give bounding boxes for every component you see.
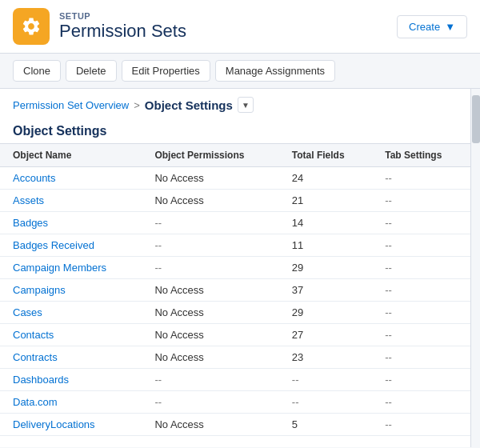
cell-object-name: Contracts: [0, 346, 142, 369]
object-link[interactable]: Badges: [13, 217, 48, 229]
cell-tab-settings: --: [372, 414, 470, 436]
cell-tab-settings: --: [372, 190, 470, 212]
table-row: Data.com------: [0, 391, 470, 414]
cell-tab-settings: --: [372, 302, 470, 324]
table-body: AccountsNo Access24--AssetsNo Access21--…: [0, 167, 470, 437]
cell-object-permissions: --: [142, 212, 278, 234]
setup-label: SETUP: [59, 11, 186, 21]
object-link[interactable]: Accounts: [13, 172, 55, 184]
cell-total-fields: 29: [279, 257, 372, 279]
create-button[interactable]: Create ▼: [397, 15, 467, 38]
cell-object-name: Accounts: [0, 167, 142, 190]
header-left: SETUP Permission Sets: [13, 8, 186, 45]
breadcrumb: Permission Set Overview > Object Setting…: [0, 89, 470, 118]
object-link[interactable]: Campaign Members: [13, 262, 106, 274]
cell-object-permissions: No Access: [142, 302, 278, 324]
cell-total-fields: 11: [279, 234, 372, 257]
clone-button[interactable]: Clone: [13, 60, 61, 82]
cell-object-permissions: --: [142, 234, 278, 257]
edit-properties-button[interactable]: Edit Properties: [122, 60, 210, 82]
content-area: Permission Set Overview > Object Setting…: [0, 89, 470, 447]
breadcrumb-current: Object Settings: [145, 98, 233, 112]
cell-object-name: DeliverySchedules: [0, 436, 142, 437]
table-row: AssetsNo Access21--: [0, 190, 470, 212]
object-link[interactable]: Data.com: [13, 396, 58, 408]
table-row: ContactsNo Access27--: [0, 324, 470, 346]
cell-tab-settings: --: [372, 212, 470, 234]
cell-object-permissions: No Access: [142, 324, 278, 346]
object-link[interactable]: Dashboards: [13, 374, 69, 386]
object-settings-table: Object Name Object Permissions Total Fie…: [0, 143, 470, 436]
cell-object-permissions: No Access: [142, 190, 278, 212]
gear-icon: [21, 16, 42, 37]
cell-total-fields: 21: [279, 190, 372, 212]
cell-object-name: DeliveryLocations: [0, 414, 142, 436]
object-link[interactable]: Badges Received: [13, 239, 94, 251]
cell-object-name: Cases: [0, 302, 142, 324]
header: SETUP Permission Sets Create ▼: [0, 0, 480, 54]
cell-object-permissions: No Access: [142, 167, 278, 190]
delete-button[interactable]: Delete: [66, 60, 117, 82]
table-row: ContractsNo Access23--: [0, 346, 470, 369]
cell-total-fields: --: [279, 391, 372, 414]
cell-tab-settings: --: [372, 346, 470, 369]
cell-total-fields: 24: [279, 167, 372, 190]
cell-tab-settings: --: [372, 436, 470, 437]
cell-object-name: Badges Received: [0, 234, 142, 257]
cell-object-permissions: No Access: [142, 346, 278, 369]
manage-assignments-button[interactable]: Manage Assignments: [215, 60, 335, 82]
col-tab-settings: Tab Settings: [372, 144, 470, 167]
cell-tab-settings: --: [372, 324, 470, 346]
scrollbar-thumb[interactable]: [472, 95, 480, 143]
breadcrumb-parent-link[interactable]: Permission Set Overview: [13, 99, 129, 111]
toolbar: Clone Delete Edit Properties Manage Assi…: [0, 54, 480, 89]
table-row: Badges--14--: [0, 212, 470, 234]
cell-tab-settings: --: [372, 257, 470, 279]
table-row: AccountsNo Access24--: [0, 167, 470, 190]
cell-total-fields: 5: [279, 414, 372, 436]
cell-object-permissions: --: [142, 369, 278, 391]
object-link[interactable]: Contacts: [13, 329, 54, 341]
col-object-name: Object Name: [0, 144, 142, 167]
breadcrumb-dropdown-button[interactable]: ▼: [238, 97, 254, 113]
cell-total-fields: 6: [279, 436, 372, 437]
table-row: CampaignsNo Access37--: [0, 279, 470, 302]
table-row: Badges Received--11--: [0, 234, 470, 257]
cell-total-fields: --: [279, 369, 372, 391]
table-row: Campaign Members--29--: [0, 257, 470, 279]
cell-tab-settings: --: [372, 391, 470, 414]
cell-object-name: Data.com: [0, 391, 142, 414]
cell-tab-settings: --: [372, 234, 470, 257]
cell-total-fields: 29: [279, 302, 372, 324]
object-link[interactable]: Assets: [13, 194, 44, 206]
object-link[interactable]: Cases: [13, 306, 42, 318]
cell-object-permissions: No Access: [142, 436, 278, 437]
object-link[interactable]: Campaigns: [13, 284, 66, 296]
cell-tab-settings: --: [372, 279, 470, 302]
col-total-fields: Total Fields: [279, 144, 372, 167]
cell-object-name: Campaign Members: [0, 257, 142, 279]
cell-object-name: Contacts: [0, 324, 142, 346]
main-content: Permission Set Overview > Object Setting…: [0, 89, 480, 447]
breadcrumb-separator: >: [134, 99, 140, 111]
cell-object-name: Dashboards: [0, 369, 142, 391]
section-title: Object Settings: [0, 118, 470, 143]
create-button-label: Create: [409, 21, 440, 33]
table-row: CasesNo Access29--: [0, 302, 470, 324]
table-row: Dashboards------: [0, 369, 470, 391]
cell-object-name: Assets: [0, 190, 142, 212]
table-row: DeliveryLocationsNo Access5--: [0, 414, 470, 436]
object-settings-table-wrapper: Object Name Object Permissions Total Fie…: [0, 143, 470, 436]
object-link[interactable]: DeliveryLocations: [13, 418, 95, 430]
cell-tab-settings: --: [372, 369, 470, 391]
cell-total-fields: 37: [279, 279, 372, 302]
object-link[interactable]: Contracts: [13, 351, 58, 363]
cell-object-permissions: No Access: [142, 414, 278, 436]
cell-tab-settings: --: [372, 167, 470, 190]
cell-object-permissions: --: [142, 257, 278, 279]
table-row: DeliverySchedulesNo Access6--: [0, 436, 470, 437]
header-text: SETUP Permission Sets: [59, 11, 186, 42]
cell-total-fields: 23: [279, 346, 372, 369]
scrollbar[interactable]: [470, 89, 480, 447]
cell-total-fields: 14: [279, 212, 372, 234]
